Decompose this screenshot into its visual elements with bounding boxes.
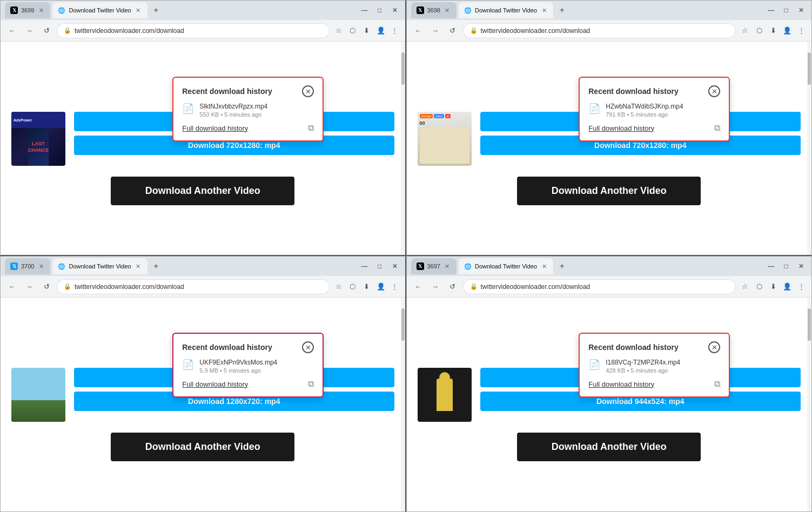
tab-close-3697[interactable]: ✕ [444, 262, 451, 270]
history-close-2[interactable]: ✕ [708, 85, 720, 97]
external-link-icon-2[interactable]: ⧉ [714, 123, 720, 133]
tab-download-2[interactable]: 🌐 Download Twitter Video ✕ [459, 2, 553, 18]
history-footer-1: Full download history ⧉ [182, 123, 314, 133]
maximize-btn-2[interactable]: □ [780, 4, 792, 16]
forward-btn-3[interactable]: → [22, 280, 36, 294]
tab-close-download-4[interactable]: ✕ [540, 262, 548, 270]
profile-icon-3[interactable]: 👤 [375, 281, 387, 293]
extensions-icon-2[interactable]: ⬡ [753, 25, 765, 37]
star-icon-1[interactable]: ☆ [333, 25, 345, 37]
tab-3697[interactable]: 𝕏 3697 ✕ [411, 258, 457, 274]
download-icon-3[interactable]: ⬇ [361, 281, 373, 293]
tab-plus-4[interactable]: + [555, 260, 568, 273]
tab-3698[interactable]: 𝕏 3698 ✕ [411, 2, 457, 18]
url-bar-4[interactable]: 🔒 twittervideodownloader.com/download [463, 279, 736, 294]
forward-btn-2[interactable]: → [428, 24, 442, 38]
forward-btn-4[interactable]: → [428, 280, 442, 294]
address-icons-2: ☆ ⬡ ⬇ 👤 ⋮ [739, 25, 807, 37]
more-icon-1[interactable]: ⋮ [389, 25, 401, 37]
back-btn-1[interactable]: ← [5, 24, 19, 38]
maximize-btn-4[interactable]: □ [780, 260, 792, 272]
history-close-4[interactable]: ✕ [708, 341, 720, 353]
page-content-4: Recent download history ✕ 📄 I188VCq-T2MP… [407, 298, 812, 511]
tab-plus-1[interactable]: + [150, 4, 163, 17]
maximize-btn-3[interactable]: □ [374, 260, 386, 272]
minimize-btn-1[interactable]: — [359, 4, 371, 16]
url-bar-3[interactable]: 🔒 twittervideodownloader.com/download [57, 279, 330, 294]
forward-btn-1[interactable]: → [22, 24, 36, 38]
scrollbar-4[interactable] [807, 298, 811, 511]
tab-3700[interactable]: 𝕏 3700 ✕ [5, 258, 50, 274]
full-history-link-1[interactable]: Full download history [182, 124, 248, 132]
download-another-btn-2[interactable]: Download Another Video [517, 177, 701, 205]
star-icon-2[interactable]: ☆ [739, 25, 751, 37]
reload-btn-1[interactable]: ↺ [39, 24, 53, 38]
url-bar-1[interactable]: 🔒 twittervideodownloader.com/download [57, 23, 330, 38]
tab-close-3699[interactable]: ✕ [37, 6, 45, 14]
address-icons-3: ☆ ⬡ ⬇ 👤 ⋮ [333, 281, 401, 293]
download-another-btn-1[interactable]: Download Another Video [111, 177, 294, 205]
video-thumb-3 [11, 368, 65, 422]
file-icon-2: 📄 [588, 103, 600, 114]
download-another-btn-3[interactable]: Download Another Video [111, 433, 294, 461]
minimize-btn-3[interactable]: — [359, 260, 371, 272]
close-btn-2[interactable]: ✕ [795, 4, 807, 16]
scrollbar-1[interactable] [401, 42, 405, 255]
reload-btn-2[interactable]: ↺ [446, 24, 460, 38]
more-icon-3[interactable]: ⋮ [389, 281, 401, 293]
url-bar-2[interactable]: 🔒 twittervideodownloader.com/download [463, 23, 736, 38]
download-another-btn-4[interactable]: Download Another Video [517, 433, 701, 461]
profile-icon-4[interactable]: 👤 [781, 281, 793, 293]
scrollbar-3[interactable] [401, 298, 405, 511]
close-btn-1[interactable]: ✕ [389, 4, 401, 16]
download-icon-4[interactable]: ⬇ [767, 281, 779, 293]
tab-3699[interactable]: 𝕏 3699 ✕ [5, 2, 50, 18]
history-item-3: 📄 UKF9ExNPn9VksMos.mp4 5.9 MB • 5 minute… [182, 359, 314, 374]
external-link-icon-4[interactable]: ⧉ [714, 379, 720, 389]
reload-btn-3[interactable]: ↺ [39, 280, 53, 294]
tab-plus-2[interactable]: + [555, 4, 568, 17]
star-icon-4[interactable]: ☆ [739, 281, 751, 293]
tab-group-3: 𝕏 3700 ✕ 🌐 Download Twitter Video ✕ + [5, 258, 355, 274]
x-logo-1: 𝕏 [10, 6, 18, 14]
history-close-3[interactable]: ✕ [302, 341, 314, 353]
close-btn-4[interactable]: ✕ [795, 260, 807, 272]
reload-btn-4[interactable]: ↺ [446, 280, 460, 294]
full-history-link-3[interactable]: Full download history [182, 380, 248, 388]
back-btn-3[interactable]: ← [5, 280, 19, 294]
tab-close-download-1[interactable]: ✕ [135, 6, 142, 14]
profile-icon-2[interactable]: 👤 [781, 25, 793, 37]
more-icon-4[interactable]: ⋮ [795, 281, 807, 293]
external-link-icon-1[interactable]: ⧉ [308, 123, 314, 133]
badge-orange: orange [420, 114, 433, 118]
star-icon-3[interactable]: ☆ [333, 281, 345, 293]
maximize-btn-1[interactable]: □ [374, 4, 386, 16]
download-icon-1[interactable]: ⬇ [361, 25, 373, 37]
back-btn-2[interactable]: ← [411, 24, 425, 38]
profile-icon-1[interactable]: 👤 [375, 25, 387, 37]
tab-close-3698[interactable]: ✕ [444, 6, 451, 14]
tab-close-download-2[interactable]: ✕ [540, 6, 548, 14]
external-link-icon-3[interactable]: ⧉ [308, 379, 314, 389]
extensions-icon-3[interactable]: ⬡ [347, 281, 359, 293]
minimize-btn-2[interactable]: — [765, 4, 777, 16]
file-icon-1: 📄 [182, 103, 194, 114]
scrollbar-2[interactable] [807, 42, 811, 255]
full-history-link-4[interactable]: Full download history [588, 380, 654, 388]
download-icon-2[interactable]: ⬇ [767, 25, 779, 37]
close-btn-3[interactable]: ✕ [389, 260, 401, 272]
tab-download-3[interactable]: 🌐 Download Twitter Video ✕ [52, 258, 147, 274]
extensions-icon-4[interactable]: ⬡ [753, 281, 765, 293]
back-btn-4[interactable]: ← [411, 280, 425, 294]
tab-close-download-3[interactable]: ✕ [135, 262, 142, 270]
extensions-icon-1[interactable]: ⬡ [347, 25, 359, 37]
tab-close-3700[interactable]: ✕ [37, 262, 45, 270]
minimize-btn-4[interactable]: — [765, 260, 777, 272]
tab-download-4[interactable]: 🌐 Download Twitter Video ✕ [459, 258, 553, 274]
file-icon-3: 📄 [182, 359, 194, 370]
full-history-link-2[interactable]: Full download history [588, 124, 654, 132]
more-icon-2[interactable]: ⋮ [795, 25, 807, 37]
history-close-1[interactable]: ✕ [302, 85, 314, 97]
tab-plus-3[interactable]: + [150, 260, 163, 273]
tab-download-1[interactable]: 🌐 Download Twitter Video ✕ [52, 2, 147, 18]
